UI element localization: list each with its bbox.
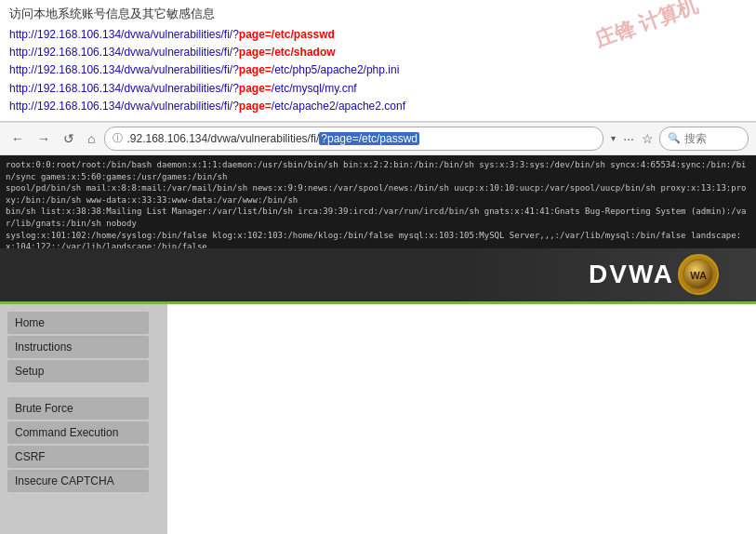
home-button[interactable]: ⌂ [84, 129, 99, 148]
link-highlight: page=/etc/passwd [239, 28, 335, 41]
sidebar-group-2: Brute Force Command Execution CSRF Insec… [7, 397, 160, 492]
link-prefix-5: http://192.168.106.134/dvwa/vulnerabilit… [9, 100, 239, 113]
dvwa-logo: DVWA WA [589, 254, 719, 295]
search-input[interactable] [684, 132, 740, 145]
link-highlight-5: page= [239, 100, 272, 113]
svg-text:WA: WA [690, 270, 707, 281]
link-prefix-2: http://192.168.106.134/dvwa/vulnerabilit… [9, 46, 239, 59]
forward-button[interactable]: → [33, 129, 54, 148]
terminal-line-3: bin/sh list:x:38:38:Mailing List Manager… [6, 206, 750, 229]
content-area [167, 304, 756, 534]
terminal-output: rootx:0:0:root/root:/bin/bash daemon:x:1… [0, 155, 756, 248]
terminal-line-2: spool/pd/bin/sh mail:x:8:8:mail:/var/mai… [6, 182, 750, 206]
sidebar-item-csrf[interactable]: CSRF [7, 446, 149, 468]
link-suffix-3: /etc/php5/apache2/php.ini [272, 63, 399, 76]
link-highlight-2: page=/etc/shadow [239, 46, 336, 59]
reload-button[interactable]: ↺ [60, 129, 78, 148]
bookmark-icon[interactable]: ☆ [642, 131, 654, 146]
bottom-section: Home Instructions Setup Brute Force Comm… [0, 304, 756, 534]
terminal-line-4: syslog:x:101:102:/home/syslog:/bin/false… [6, 230, 750, 248]
url-bar[interactable]: ⓘ .92.168.106.134/dvwa/vulnerabilities/f… [104, 127, 603, 151]
link-suffix-5: /etc/apache2/apache2.conf [272, 100, 405, 113]
link-passwd[interactable]: http://192.168.106.134/dvwa/vulnerabilit… [9, 26, 747, 44]
link-shadow[interactable]: http://192.168.106.134/dvwa/vulnerabilit… [9, 44, 747, 61]
back-button[interactable]: ← [7, 129, 28, 148]
sidebar-group-1: Home Instructions Setup [7, 312, 160, 382]
sidebar-item-home[interactable]: Home [7, 312, 149, 334]
menu-dots-icon[interactable]: ··· [623, 131, 634, 146]
sensitive-info-title: 访问本地系统账号信息及其它敏感信息 [9, 6, 747, 22]
sidebar-item-instructions[interactable]: Instructions [7, 336, 149, 358]
link-phpini[interactable]: http://192.168.106.134/dvwa/vulnerabilit… [9, 61, 747, 79]
sidebar-item-brute-force[interactable]: Brute Force [7, 397, 149, 420]
url-dropdown-button[interactable]: ▾ [609, 133, 617, 143]
link-suffix-4: /etc/mysql/my.cnf [272, 82, 357, 95]
sidebar-item-insecure-captcha[interactable]: Insecure CAPTCHA [7, 470, 149, 492]
link-prefix-4: http://192.168.106.134/dvwa/vulnerabilit… [9, 82, 239, 95]
link-mycnf[interactable]: http://192.168.106.134/dvwa/vulnerabilit… [9, 80, 747, 98]
link-prefix: http://192.168.106.134/dvwa/vulnerabilit… [9, 28, 239, 41]
address-bar: ← → ↺ ⌂ ⓘ .92.168.106.134/dvwa/vulnerabi… [0, 122, 756, 155]
lock-icon: ⓘ [113, 131, 123, 145]
sidebar-item-command-execution[interactable]: Command Execution [7, 421, 149, 444]
toolbar-icons: ··· ☆ [623, 131, 654, 146]
dvwa-logo-circle: WA [678, 254, 719, 295]
dvwa-header: DVWA WA [0, 248, 756, 304]
search-icon: 🔍 [668, 132, 681, 144]
terminal-line-1: rootx:0:0:root/root:/bin/bash daemon:x:1… [6, 159, 750, 182]
link-apache2[interactable]: http://192.168.106.134/dvwa/vulnerabilit… [9, 98, 747, 115]
sidebar: Home Instructions Setup Brute Force Comm… [0, 304, 167, 534]
link-list: http://192.168.106.134/dvwa/vulnerabilit… [9, 26, 747, 115]
search-box[interactable]: 🔍 [659, 127, 749, 151]
dvwa-logo-text: DVWA [589, 260, 674, 289]
sidebar-item-setup[interactable]: Setup [7, 360, 149, 382]
link-prefix-3: http://192.168.106.134/dvwa/vulnerabilit… [9, 63, 239, 76]
top-content-area: 访问本地系统账号信息及其它敏感信息 http://192.168.106.134… [0, 0, 756, 122]
url-prefix-text: .92.168.106.134/dvwa/vulnerabilities/fi/ [126, 132, 319, 145]
link-highlight-3: page= [239, 63, 272, 76]
url-query-text: ?page=/etc/passwd [319, 132, 419, 145]
link-highlight-4: page= [239, 82, 272, 95]
